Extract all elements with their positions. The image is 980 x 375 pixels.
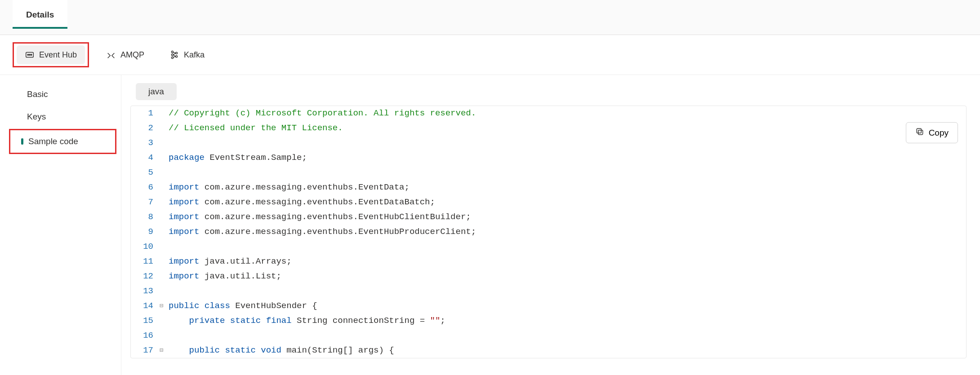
- code-block: Copy 1// Copyright (c) Microsoft Corpora…: [130, 106, 967, 358]
- code-content[interactable]: 1// Copyright (c) Microsoft Corporation.…: [131, 106, 966, 358]
- app-root: Details Event Hub: [0, 0, 980, 375]
- line-number: 2: [131, 121, 156, 136]
- protocol-amqp-label: AMQP: [120, 50, 144, 60]
- code-text: public class EventHubSender {: [167, 299, 966, 313]
- protocol-kafka[interactable]: Kafka: [161, 45, 213, 64]
- code-line: 16: [131, 328, 966, 343]
- event-hub-icon: [25, 50, 35, 60]
- code-line: 11import java.util.Arrays;: [131, 254, 966, 269]
- copy-button-label: Copy: [929, 128, 949, 138]
- code-line: 2// Licensed under the MIT License.: [131, 121, 966, 136]
- sidebar-item-keys[interactable]: Keys: [0, 106, 121, 128]
- svg-point-3: [31, 54, 31, 55]
- svg-line-10: [173, 53, 176, 55]
- sidebar-item-label: Basic: [27, 89, 48, 99]
- code-text: import com.azure.messaging.eventhubs.Eve…: [167, 180, 966, 195]
- svg-point-6: [171, 57, 173, 58]
- sidebar-item-basic[interactable]: Basic: [0, 83, 121, 106]
- line-number: 3: [131, 136, 156, 150]
- code-text: import com.azure.messaging.eventhubs.Eve…: [167, 210, 966, 225]
- svg-point-4: [171, 51, 173, 53]
- code-text: public static void main(String[] args) {: [167, 343, 966, 358]
- line-number: 17: [131, 343, 156, 358]
- protocol-amqp[interactable]: AMQP: [98, 45, 152, 64]
- line-number: 14: [131, 299, 156, 313]
- protocol-row: Event Hub AMQP: [0, 35, 980, 75]
- line-number: 7: [131, 195, 156, 210]
- code-text: [167, 328, 966, 343]
- svg-point-5: [171, 54, 173, 56]
- line-number: 4: [131, 150, 156, 165]
- line-number: 9: [131, 225, 156, 239]
- sidebar-item-label: Sample code: [28, 137, 78, 146]
- line-number: 12: [131, 269, 156, 284]
- sidebar-item-sample-code[interactable]: Sample code: [10, 130, 115, 153]
- code-text: import com.azure.messaging.eventhubs.Eve…: [167, 195, 966, 210]
- kafka-icon: [169, 50, 179, 60]
- protocol-event-hub[interactable]: Event Hub: [17, 45, 85, 64]
- svg-point-8: [176, 56, 178, 57]
- sidebar: Basic Keys Sample code: [0, 75, 121, 375]
- code-text: // Licensed under the MIT License.: [167, 121, 966, 136]
- code-line: 17⊟ public static void main(String[] arg…: [131, 343, 966, 358]
- code-text: [167, 165, 966, 180]
- fold-toggle[interactable]: ⊟: [156, 343, 167, 358]
- code-line: 12import java.util.List;: [131, 269, 966, 284]
- code-text: [167, 239, 966, 254]
- line-number: 15: [131, 313, 156, 328]
- sidebar-item-label: Keys: [27, 112, 46, 121]
- code-text: import com.azure.messaging.eventhubs.Eve…: [167, 225, 966, 239]
- tab-details[interactable]: Details: [13, 0, 67, 29]
- line-number: 10: [131, 239, 156, 254]
- svg-point-7: [176, 52, 178, 54]
- svg-rect-14: [917, 128, 921, 133]
- main-row: Basic Keys Sample code java: [0, 75, 980, 375]
- code-line: 9import com.azure.messaging.eventhubs.Ev…: [131, 225, 966, 239]
- code-line: 4package EventStream.Sample;: [131, 150, 966, 165]
- line-number: 5: [131, 165, 156, 180]
- highlight-event-hub: Event Hub: [13, 42, 89, 67]
- code-line: 15 private static final String connectio…: [131, 313, 966, 328]
- line-number: 11: [131, 254, 156, 269]
- active-accent: [21, 138, 23, 145]
- code-line: 7import com.azure.messaging.eventhubs.Ev…: [131, 195, 966, 210]
- code-line: 6import com.azure.messaging.eventhubs.Ev…: [131, 180, 966, 195]
- code-line: 3: [131, 136, 966, 150]
- line-number: 6: [131, 180, 156, 195]
- code-line: 10: [131, 239, 966, 254]
- amqp-icon: [106, 50, 116, 60]
- svg-rect-13: [918, 130, 922, 135]
- code-line: 8import com.azure.messaging.eventhubs.Ev…: [131, 210, 966, 225]
- line-number: 8: [131, 210, 156, 225]
- code-text: [167, 284, 966, 299]
- top-tab-bar: Details: [0, 0, 980, 35]
- copy-icon: [915, 127, 924, 138]
- code-text: import java.util.Arrays;: [167, 254, 966, 269]
- highlight-sample-code: Sample code: [9, 129, 116, 154]
- svg-point-1: [27, 54, 28, 55]
- code-text: // Copyright (c) Microsoft Corporation. …: [167, 106, 966, 121]
- protocol-event-hub-label: Event Hub: [39, 50, 77, 60]
- svg-line-11: [173, 55, 176, 57]
- fold-toggle[interactable]: ⊟: [156, 299, 167, 313]
- line-number: 16: [131, 328, 156, 343]
- protocol-kafka-label: Kafka: [184, 50, 205, 60]
- code-panel: java Copy 1// Copyright (c) Microsoft Co…: [121, 75, 980, 375]
- line-number: 1: [131, 106, 156, 121]
- svg-point-2: [29, 54, 30, 55]
- svg-line-12: [173, 57, 176, 57]
- line-number: 13: [131, 284, 156, 299]
- code-text: [167, 136, 966, 150]
- code-text: package EventStream.Sample;: [167, 150, 966, 165]
- code-line: 13: [131, 284, 966, 299]
- copy-button[interactable]: Copy: [906, 122, 958, 143]
- code-text: private static final String connectionSt…: [167, 313, 966, 328]
- language-chip[interactable]: java: [136, 83, 177, 100]
- code-line: 1// Copyright (c) Microsoft Corporation.…: [131, 106, 966, 121]
- code-line: 5: [131, 165, 966, 180]
- code-line: 14⊟public class EventHubSender {: [131, 299, 966, 313]
- code-text: import java.util.List;: [167, 269, 966, 284]
